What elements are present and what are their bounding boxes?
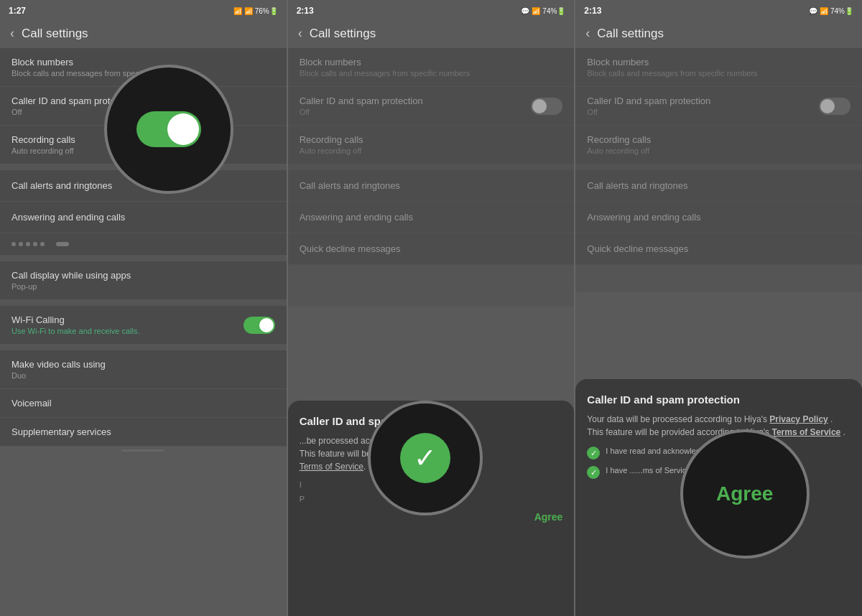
quick-decline-item-2[interactable]: Quick decline messages <box>288 233 575 265</box>
recording-item-2[interactable]: Recording calls Auto recording off <box>288 126 575 164</box>
spotlight-toggle-1 <box>104 65 233 194</box>
block-numbers-title-2: Block numbers <box>300 57 470 67</box>
video-calls-text-1: Make video calls using Duo <box>11 359 106 380</box>
terms-link-3[interactable]: Terms of Service <box>771 427 840 437</box>
recording-title-3: Recording calls <box>587 134 651 145</box>
recording-text-2: Recording calls Auto recording off <box>300 134 363 155</box>
page-title-1: Call settings <box>22 27 88 41</box>
call-alerts-item-3[interactable]: Call alerts and ringtones <box>575 170 862 202</box>
msg-icon-3: 💬 <box>809 7 817 15</box>
voicemail-text-1: Voicemail <box>11 398 52 409</box>
caller-id-subtitle-3: Off <box>587 108 710 116</box>
big-toggle-1[interactable] <box>136 111 201 147</box>
status-icons-2: 💬 📶 74%🔋 <box>521 7 565 15</box>
terms-link-2[interactable]: Terms of Service <box>300 462 363 472</box>
terms-label-3: Terms of Service <box>771 427 840 437</box>
recording-title-2: Recording calls <box>300 134 363 145</box>
wifi-icon-1: 📶 <box>233 7 242 15</box>
caller-id-toggle-thumb-2 <box>532 99 547 113</box>
block-numbers-title-3: Block numbers <box>587 57 757 67</box>
video-calls-item-1[interactable]: Make video calls using Duo <box>0 350 287 389</box>
quick-decline-title-2: Quick decline messages <box>300 243 563 254</box>
block-numbers-item-2[interactable]: Block numbers Block calls and messages f… <box>288 48 575 87</box>
voicemail-item-1[interactable]: Voicemail <box>0 389 287 418</box>
voicemail-title-1: Voicemail <box>11 398 52 409</box>
dot-2 <box>19 242 23 246</box>
page-header-1: ‹ Call settings <box>0 20 287 48</box>
caller-id-item-2[interactable]: Caller ID and spam protection Off <box>288 87 575 126</box>
dialog-title-3: Caller ID and spam protection <box>587 393 851 406</box>
answering-title-3: Answering and ending calls <box>587 212 851 223</box>
status-bar-2: 2:13 💬 📶 74%🔋 <box>288 0 575 20</box>
page-header-2: ‹ Call settings <box>288 20 575 48</box>
recording-subtitle-3: Auto recording off <box>587 146 651 155</box>
checkbox-text-3b: I have ......ms of Service. <box>606 465 692 476</box>
recording-title-1: Recording calls <box>11 134 75 145</box>
section-sep-2a <box>288 164 575 170</box>
call-alerts-title-3: Call alerts and ringtones <box>587 180 851 191</box>
dialog-body-text-3: Your data will be processed according to… <box>587 414 767 424</box>
checkbox-placeholder-2b: P <box>300 495 305 503</box>
wifi-calling-title-1: Wi-Fi Calling <box>11 314 140 325</box>
phone-panel-1: 1:27 📶 📶 76%🔋 ‹ Call settings Block numb… <box>0 0 287 616</box>
call-display-subtitle-1: Pop-up <box>11 282 131 291</box>
screenshots-container: 1:27 📶 📶 76%🔋 ‹ Call settings Block numb… <box>0 0 862 616</box>
time-2: 2:13 <box>297 6 314 16</box>
dot-5 <box>40 242 45 246</box>
section-sep-1c <box>0 300 287 306</box>
status-bar-1: 1:27 📶 📶 76%🔋 <box>0 0 287 20</box>
status-bar-3: 2:13 💬 📶 74%🔋 <box>575 0 862 20</box>
recording-text-3: Recording calls Auto recording off <box>587 134 651 155</box>
supplementary-item-1[interactable]: Supplementary services <box>0 418 287 447</box>
answering-item-3[interactable]: Answering and ending calls <box>575 202 862 233</box>
phone-panel-3: 2:13 💬 📶 74%🔋 ‹ Call settings Block numb… <box>575 0 862 616</box>
wifi-calling-item-1[interactable]: Wi-Fi Calling Use Wi-Fi to make and rece… <box>0 306 287 345</box>
recording-item-3[interactable]: Recording calls Auto recording off <box>575 126 862 164</box>
call-display-item-1[interactable]: Call display while using apps Pop-up <box>0 261 287 300</box>
page-title-3: Call settings <box>597 27 664 41</box>
battery-icon-2: 74%🔋 <box>542 7 565 15</box>
page-title-2: Call settings <box>310 27 376 41</box>
caller-id-title-2: Caller ID and spam protection <box>300 95 423 106</box>
privacy-link-3[interactable]: Privacy Policy <box>769 414 828 424</box>
dot-3 <box>26 242 30 246</box>
caller-id-toggle-2[interactable] <box>531 98 562 115</box>
spotlight-agree-3: Agree <box>680 429 810 559</box>
check-circle-2: ✓ <box>400 433 450 483</box>
battery-icon-1: 76%🔋 <box>255 7 278 15</box>
back-arrow-1[interactable]: ‹ <box>10 26 14 41</box>
time-3: 2:13 <box>584 6 601 16</box>
status-icons-3: 💬 📶 74%🔋 <box>809 7 853 15</box>
section-sep-3a <box>575 164 862 170</box>
checkbox-check-3b: ✓ <box>590 468 597 477</box>
back-arrow-3[interactable]: ‹ <box>585 26 590 41</box>
time-1: 1:27 <box>9 6 26 16</box>
supplementary-title-1: Supplementary services <box>11 426 111 437</box>
back-arrow-2[interactable]: ‹ <box>298 26 302 41</box>
call-display-title-1: Call display while using apps <box>11 270 131 281</box>
caller-id-item-3[interactable]: Caller ID and spam protection Off <box>575 87 862 126</box>
section-sep-1d <box>0 345 287 350</box>
checkbox-circle-3b: ✓ <box>587 466 600 479</box>
block-numbers-subtitle-2: Block calls and messages from specific n… <box>300 69 470 78</box>
dots-row-1 <box>0 233 287 256</box>
caller-id-toggle-3[interactable] <box>819 98 851 115</box>
recording-text-1: Recording calls Auto recording off <box>11 134 75 155</box>
block-numbers-item-3[interactable]: Block numbers Block calls and messages f… <box>575 48 862 87</box>
dot-1 <box>11 242 16 246</box>
agree-btn-label-2: Agree <box>534 511 563 523</box>
wifi-toggle-1[interactable] <box>244 317 275 334</box>
quick-decline-item-3[interactable]: Quick decline messages <box>575 233 862 265</box>
call-alerts-item-2[interactable]: Call alerts and ringtones <box>288 170 575 202</box>
dot-4 <box>33 242 37 246</box>
settings-list-2: Block numbers Block calls and messages f… <box>288 48 575 616</box>
answering-item-2[interactable]: Answering and ending calls <box>288 202 575 233</box>
spotlight-check-2: ✓ <box>368 401 483 515</box>
call-display-text-1: Call display while using apps Pop-up <box>11 270 131 291</box>
big-toggle-thumb-1 <box>167 113 199 145</box>
quick-decline-title-3: Quick decline messages <box>587 243 851 254</box>
answering-item-1[interactable]: Answering and ending calls <box>0 202 287 233</box>
video-calls-subtitle-1: Duo <box>11 371 106 380</box>
wifi-icon-3: 📶 <box>820 7 828 15</box>
privacy-label-3: Privacy Policy <box>769 414 828 424</box>
